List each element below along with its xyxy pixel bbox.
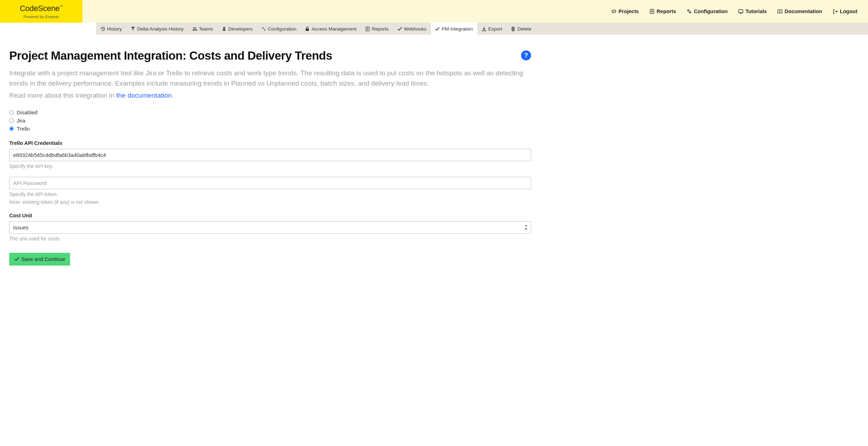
radio-jira-input[interactable]: [9, 118, 14, 123]
nav-configuration-label: Configuration: [694, 9, 728, 14]
lock-icon: [305, 26, 310, 31]
subnav-reports[interactable]: Reports: [361, 23, 393, 35]
svg-point-7: [262, 27, 263, 28]
subnav-access[interactable]: Access Management: [301, 23, 361, 35]
integration-radio-group: Disabled Jira Trello: [9, 109, 531, 132]
subnav-pm-integration[interactable]: PM Integration: [431, 23, 477, 35]
history-icon: [100, 26, 105, 31]
api-password-note: Note: existing token (if any) is not sho…: [9, 199, 531, 205]
radio-disabled-label: Disabled: [17, 109, 37, 115]
svg-point-1: [688, 10, 689, 11]
logo-text: CodeScene™: [20, 4, 63, 13]
subnav-webhooks-label: Webhooks: [404, 26, 427, 32]
monitor-icon: [738, 9, 743, 14]
radio-disabled[interactable]: Disabled: [9, 109, 531, 115]
nav-reports-label: Reports: [657, 9, 676, 14]
subnav-configuration[interactable]: Configuration: [257, 23, 301, 35]
subnav-history[interactable]: History: [96, 23, 126, 35]
report-icon: [365, 26, 370, 31]
nav-tutorials-label: Tutorials: [745, 9, 767, 14]
radio-jira-label: Jira: [17, 118, 25, 124]
subnav-developers[interactable]: Developers: [217, 23, 257, 35]
intro-prefix: Read more about this integration in: [9, 92, 116, 99]
check-icon: [397, 26, 402, 31]
svg-point-4: [193, 27, 194, 29]
subnav-webhooks[interactable]: Webhooks: [393, 23, 431, 35]
svg-point-5: [195, 27, 196, 28]
check-icon: [14, 257, 19, 262]
cost-unit-select[interactable]: Issues: [9, 221, 531, 234]
intro-suffix: .: [172, 92, 173, 99]
brand-name: CodeScene: [20, 4, 60, 13]
radio-disabled-input[interactable]: [9, 110, 14, 115]
question-icon: ?: [524, 52, 528, 59]
nav-reports[interactable]: Reports: [649, 9, 676, 14]
nav-configuration[interactable]: Configuration: [687, 9, 728, 14]
intro-text-2: Read more about this integration in the …: [9, 91, 531, 101]
subnav-access-label: Access Management: [312, 26, 357, 32]
save-button[interactable]: Save and Continue: [9, 253, 70, 266]
api-password-section: Specify the API token. Note: existing to…: [9, 177, 531, 205]
nav-logout-label: Logout: [840, 9, 857, 14]
nav-projects-label: Projects: [618, 9, 639, 14]
users-icon: [192, 26, 197, 31]
trash-icon: [511, 26, 516, 31]
subnav-delete-label: Delete: [518, 26, 531, 32]
page-title: Project Management Integration: Costs an…: [9, 49, 332, 62]
subnav-export[interactable]: Export: [477, 23, 507, 35]
nav-projects[interactable]: Projects: [611, 9, 639, 14]
intro-text-1: Integrate with a project management tool…: [9, 68, 531, 88]
main-content: Project Management Integration: Costs an…: [0, 35, 540, 280]
logout-icon: [833, 9, 838, 14]
download-icon: [482, 26, 487, 31]
api-key-help: Specify the API key.: [9, 163, 531, 169]
trademark: ™: [60, 5, 63, 8]
sub-nav: History Delta Analysis History Teams Dev…: [96, 23, 868, 35]
filter-icon: [130, 26, 135, 31]
logo-block[interactable]: CodeScene™ Powered by Empear: [0, 0, 82, 23]
brand-subtitle: Powered by Empear: [23, 15, 59, 19]
nav-tutorials[interactable]: Tutorials: [738, 9, 767, 14]
radio-trello-input[interactable]: [9, 126, 14, 131]
report-icon: [649, 9, 654, 14]
subnav-delta[interactable]: Delta Analysis History: [126, 23, 188, 35]
subnav-export-label: Export: [488, 26, 502, 32]
api-key-input[interactable]: [9, 149, 531, 161]
subnav-delta-label: Delta Analysis History: [137, 26, 184, 32]
subnav-delete[interactable]: Delete: [507, 23, 536, 35]
subnav-pm-label: PM Integration: [442, 26, 473, 32]
subnav-configuration-label: Configuration: [268, 26, 296, 32]
top-nav: Projects Reports Configuration Tutorials…: [82, 0, 868, 23]
book-icon: [777, 9, 782, 14]
top-bar: CodeScene™ Powered by Empear Projects Re…: [0, 0, 868, 23]
cost-unit-section: Cost Unit Issues The unit used for costs…: [9, 213, 531, 241]
save-button-label: Save and Continue: [21, 256, 65, 262]
radio-trello[interactable]: Trello: [9, 126, 531, 132]
subnav-reports-label: Reports: [372, 26, 389, 32]
svg-point-2: [690, 12, 691, 13]
svg-rect-3: [739, 10, 743, 13]
api-password-input[interactable]: [9, 177, 531, 189]
subnav-history-label: History: [107, 26, 122, 32]
check-icon: [435, 26, 440, 31]
nav-documentation-label: Documentation: [784, 9, 822, 14]
cost-unit-label: Cost Unit: [9, 213, 531, 218]
credentials-label: Trello API Credentials: [9, 140, 531, 146]
code-icon: [611, 9, 616, 14]
svg-point-8: [264, 29, 265, 30]
svg-rect-9: [306, 28, 309, 31]
gears-icon: [261, 26, 266, 31]
cost-unit-help: The unit used for costs.: [9, 236, 531, 241]
documentation-link[interactable]: the documentation: [116, 92, 172, 99]
subnav-teams-label: Teams: [199, 26, 213, 32]
gears-icon: [687, 9, 692, 14]
subnav-developers-label: Developers: [228, 26, 252, 32]
radio-jira[interactable]: Jira: [9, 118, 531, 124]
credentials-section: Trello API Credentials Specify the API k…: [9, 140, 531, 169]
api-password-help: Specify the API token.: [9, 191, 531, 197]
nav-logout[interactable]: Logout: [833, 9, 857, 14]
nav-documentation[interactable]: Documentation: [777, 9, 822, 14]
svg-point-6: [223, 27, 225, 29]
subnav-teams[interactable]: Teams: [188, 23, 218, 35]
help-button[interactable]: ?: [521, 50, 531, 60]
